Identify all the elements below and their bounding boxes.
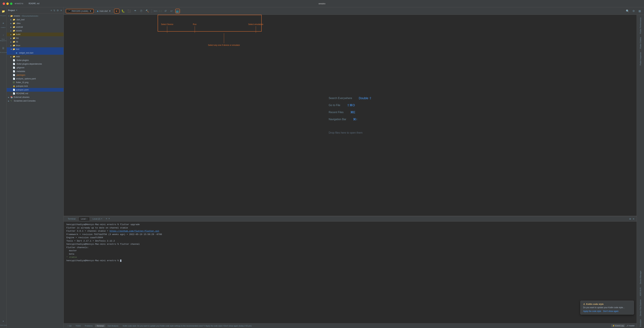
- flutter-outline-panel[interactable]: Flutter Outline: [639, 36, 642, 50]
- tree-root[interactable]: ▼ 📂 erestro ~/Documents/erestro: [7, 14, 64, 18]
- sidebar-item-favorites[interactable]: ★: [1, 318, 6, 324]
- status-tab-problems[interactable]: Problems: [83, 324, 94, 327]
- emulator-button[interactable]: 📺: [175, 9, 180, 14]
- status-tab-terminal[interactable]: Terminal: [95, 324, 105, 327]
- tree-build[interactable]: ▶ 📁 build: [7, 33, 64, 36]
- tree-flutter-plugins[interactable]: 📄 .flutter-plugins: [7, 58, 64, 62]
- apply-code-style-button[interactable]: Apply the code style: [583, 310, 601, 312]
- tree-gitignore[interactable]: 📄 .gitignore: [7, 66, 64, 70]
- tree-android[interactable]: ▶ 📁 android: [7, 25, 64, 29]
- tree-pubspec-yaml[interactable]: 📄 pubspec.yaml: [7, 88, 64, 92]
- main-layout: 📁 Project ⊕ Commit ↓ Pull Requests ☰ Str…: [0, 8, 644, 328]
- tab-local-close[interactable]: ✕: [86, 218, 88, 220]
- profile-button[interactable]: ⏱: [139, 9, 144, 14]
- status-tab-todo[interactable]: TODO: [74, 324, 82, 327]
- kotlin-notif-title-text: Kotlin code style: [586, 303, 604, 305]
- event-log-button[interactable]: ⚡ Event Log: [611, 324, 625, 327]
- flutter-link[interactable]: https://github.com/flutter/flutter.git: [110, 230, 159, 232]
- device-selector[interactable]: 📱 RMX3265 (mobile) ▼: [66, 9, 94, 13]
- collapse-all-button[interactable]: ≡: [51, 9, 52, 12]
- flutter-plugins-deps-icon: 📄: [13, 63, 16, 65]
- tab-readme[interactable]: README.md: [27, 2, 41, 6]
- terminal-close-button[interactable]: ✕: [632, 218, 634, 220]
- tab-local2[interactable]: Local (2) ✕: [90, 217, 104, 221]
- tree-packages[interactable]: 📄 .packages: [7, 73, 64, 77]
- term-line-11: * stable: [66, 256, 634, 259]
- stop-button[interactable]: ⬛: [127, 9, 132, 14]
- emulator-panel[interactable]: Emulator: [639, 318, 642, 328]
- term-line-9: master: [66, 249, 634, 252]
- tab-erestro[interactable]: erestro: [14, 2, 24, 6]
- flutter-plugins-deps-label: .flutter-plugins-dependencies: [16, 63, 42, 65]
- sort-button[interactable]: ⇅: [53, 9, 55, 12]
- adb-wifi-panel[interactable]: ADB Wi-Fi: [639, 286, 642, 297]
- sidebar-favorites-label: Favorites: [0, 324, 7, 326]
- tab-local2-close[interactable]: ✕: [101, 218, 102, 220]
- sidebar-item-structure[interactable]: ☰: [1, 46, 6, 51]
- term-line-8: Flutter channels:: [66, 246, 634, 249]
- debug-button[interactable]: 🐛: [121, 9, 126, 14]
- tree-dart-tool[interactable]: ▶ 📁 .dart_tool: [7, 18, 64, 22]
- git-history-button[interactable]: ↺: [163, 9, 168, 14]
- tree-web[interactable]: ▶ 📁 web: [7, 55, 64, 58]
- close-button[interactable]: [3, 3, 5, 5]
- undo-button[interactable]: ↩: [169, 9, 174, 14]
- tree-ios[interactable]: ▶ 📁 ios: [7, 36, 64, 40]
- gear-button[interactable]: ⚙: [57, 9, 59, 12]
- search-everywhere-button[interactable]: 🔍: [625, 9, 630, 14]
- kotlin-notif-body: Do you want to update your Kotlin code s…: [583, 306, 631, 309]
- tree-pubspec-lock[interactable]: 🔒 pubspec.lock: [7, 84, 64, 88]
- device-manager-panel[interactable]: Device Manager: [639, 269, 642, 285]
- file-selector[interactable]: ◆ main.dart ▼: [95, 9, 113, 13]
- terminal-settings-button[interactable]: ⚙: [629, 218, 631, 220]
- coverage-button[interactable]: ☂: [133, 9, 138, 14]
- minimize-button[interactable]: [6, 3, 9, 5]
- tree-assets[interactable]: ▶ 📁 assets: [7, 29, 64, 33]
- status-bar: ⑃ Git TODO Problems Terminal Dart Analys…: [64, 323, 636, 328]
- hint-goto-label: Go to File: [329, 104, 340, 107]
- tree-metadata[interactable]: 📄 .metadata: [7, 70, 64, 73]
- add-tab-button[interactable]: +: [105, 217, 108, 220]
- tree-scratches[interactable]: ▶ ✎ Scratches and Consoles: [7, 99, 64, 103]
- tree-lib[interactable]: ▶ 📁 lib: [7, 40, 64, 44]
- term-line-7: hencypithadiya@Hencys-Mac-mini erestro %…: [66, 242, 634, 246]
- tree-flutter-plugins-deps[interactable]: 📄 .flutter-plugins-dependencies: [7, 62, 64, 66]
- status-tab-dart[interactable]: Dart Analysis: [106, 324, 120, 327]
- flutter-plugins-icon: 📄: [13, 59, 16, 62]
- tab-terminal-label[interactable]: Terminal:: [66, 217, 78, 221]
- tree-linux[interactable]: ▶ 📁 linux: [7, 44, 64, 47]
- device-file-explorer-panel[interactable]: Device File Explorer: [639, 298, 642, 317]
- tab-chevron-button[interactable]: ▼: [109, 218, 110, 220]
- dont-show-again-button[interactable]: Don't show again: [603, 310, 618, 312]
- tab-local[interactable]: Local ✕: [79, 217, 90, 221]
- tree-analysis[interactable]: 📄 analysis_options.yaml: [7, 77, 64, 81]
- git-branch[interactable]: ⎇ master: [626, 325, 634, 327]
- sidebar-toggle-button[interactable]: ▦: [637, 9, 642, 14]
- scratch-chevron: ▶: [8, 100, 10, 102]
- hint-nav-key: ⌘↑: [353, 118, 358, 121]
- term-line-6: Tools • Dart 2.17.1 • DevTools 2.12.2: [66, 239, 634, 243]
- linux-icon: 📁: [13, 44, 16, 47]
- tree-idea[interactable]: ▶ 📁 .idea: [7, 22, 64, 25]
- hint-search: Search Everywhere Double ⇧: [329, 96, 372, 100]
- flutter-performance-panel[interactable]: Flutter Performance: [639, 16, 642, 35]
- project-chevron-icon[interactable]: ▼: [16, 10, 17, 11]
- sidebar-item-commit[interactable]: ⊕: [1, 21, 6, 26]
- tree-flutter-png[interactable]: 🖼 flutter_01.png: [7, 81, 64, 84]
- status-tab-git[interactable]: ⑃ Git: [66, 324, 73, 327]
- tree-external-libs[interactable]: ▶ 📚 External Libraries: [7, 95, 64, 99]
- close-panel-button[interactable]: ✕: [60, 9, 62, 12]
- build-button[interactable]: 🔨: [145, 9, 150, 14]
- maximize-button[interactable]: [10, 3, 12, 5]
- window-controls[interactable]: [3, 3, 12, 5]
- flutter-inspector-panel[interactable]: Flutter Inspector: [639, 51, 642, 67]
- sidebar-item-pull[interactable]: ↓: [1, 32, 6, 38]
- settings-button[interactable]: ⚙: [631, 9, 636, 14]
- sidebar-item-project[interactable]: 📁: [1, 9, 6, 14]
- tree-widget-test[interactable]: ◆ widget_test.dart: [7, 51, 64, 55]
- tree-readme[interactable]: 📄 README.md: [7, 92, 64, 95]
- tree-test[interactable]: ▼ 📂 test: [7, 47, 64, 51]
- assets-icon: 📁: [13, 30, 16, 32]
- sidebar-icon: ▦: [638, 10, 641, 13]
- run-button[interactable]: ▶: [114, 9, 120, 14]
